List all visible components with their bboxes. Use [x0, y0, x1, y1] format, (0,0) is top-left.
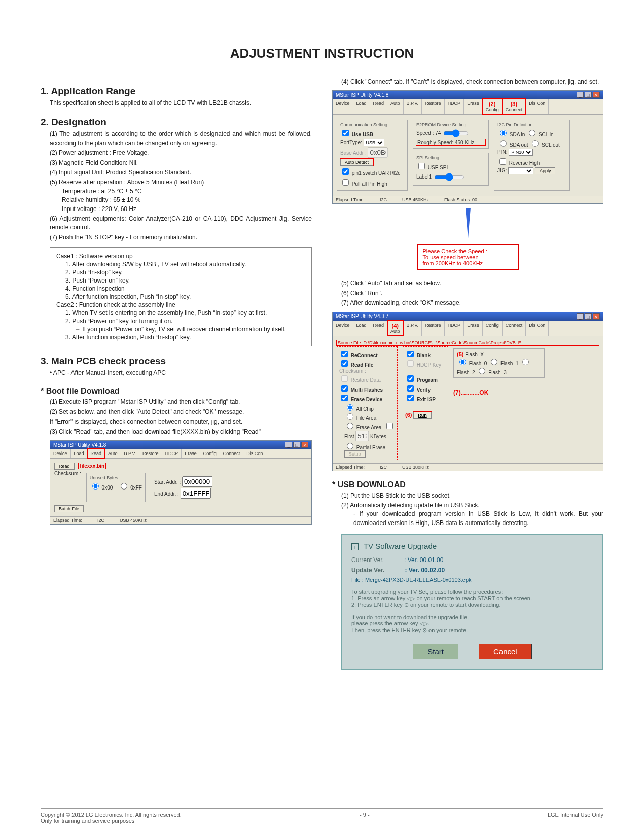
- apply-button[interactable]: Apply: [535, 167, 556, 174]
- reconnect-check[interactable]: ReConnect: [339, 353, 378, 358]
- app2-titlebar: MStar ISP Utility V4.1.8 _ □ ×: [333, 91, 603, 99]
- speed-slider[interactable]: [443, 129, 469, 137]
- tab-discon[interactable]: Dis Con: [526, 99, 549, 114]
- readfile-check[interactable]: Read File: [339, 362, 373, 368]
- right-i4: (4) Click "Connect" tab. If "Can't" is d…: [341, 78, 603, 86]
- minimize-icon[interactable]: _: [577, 92, 584, 98]
- exitisp-check[interactable]: Exit ISP: [405, 397, 436, 402]
- tab-read[interactable]: Read: [370, 99, 388, 114]
- tab-connect[interactable]: (3) Connect: [503, 99, 526, 114]
- tab-device[interactable]: Device: [50, 449, 71, 458]
- spi-slider[interactable]: [434, 173, 464, 181]
- tab-erase[interactable]: Erase: [182, 449, 200, 458]
- tab-auto[interactable]: Auto: [387, 99, 404, 114]
- right-list-567: (5) Click "Auto" tab and set as below. (…: [341, 279, 603, 307]
- tab-discon[interactable]: Dis Con: [526, 321, 549, 336]
- batch-file-button[interactable]: Batch File: [54, 505, 84, 512]
- flash3-radio[interactable]: Flash_3: [476, 370, 506, 375]
- jig-select[interactable]: [508, 167, 533, 174]
- program-check[interactable]: Program: [405, 377, 438, 383]
- usb-heading: * USB DOWNLOAD: [332, 480, 603, 490]
- hdcpkey-check: HDCP Key: [405, 362, 441, 368]
- close-icon[interactable]: ×: [593, 313, 600, 320]
- sdaout-radio[interactable]: SDA out: [497, 142, 528, 148]
- start-button[interactable]: Start: [413, 644, 458, 659]
- sclout-radio[interactable]: SCL out: [529, 142, 560, 148]
- multi-check[interactable]: Multi Flashes: [339, 387, 383, 393]
- tab-auto[interactable]: Auto: [105, 449, 121, 458]
- tab-connect[interactable]: Connect: [220, 449, 244, 458]
- tab-discon[interactable]: Dis Con: [243, 449, 266, 458]
- maximize-icon[interactable]: □: [585, 92, 592, 98]
- tab-bpv[interactable]: B.P.V.: [121, 449, 140, 458]
- flashx-title: Flash_X: [465, 352, 484, 357]
- start-addr-label: Start Addr. :: [154, 479, 181, 485]
- tab-restore[interactable]: Restore: [422, 321, 445, 336]
- tab-hdcp[interactable]: HDCP: [445, 321, 464, 336]
- tab-config[interactable]: Config: [200, 449, 220, 458]
- tab-device[interactable]: Device: [333, 99, 353, 114]
- app3-panel: Source File: D:\D\filexxx.bin x_w.bin\SO…: [333, 336, 603, 463]
- maximize-icon[interactable]: □: [585, 313, 592, 320]
- callout-l1: Please Check the Speed :: [423, 248, 513, 254]
- minimize-icon[interactable]: _: [577, 313, 584, 320]
- app3-title: MStar ISP Utility V4.3.7: [336, 313, 388, 319]
- run-button[interactable]: Run: [413, 412, 432, 419]
- tab-load[interactable]: Load: [353, 321, 370, 336]
- tab-erase[interactable]: Erase: [464, 99, 483, 114]
- minimize-icon[interactable]: _: [285, 442, 292, 448]
- tab-hdcp[interactable]: HDCP: [162, 449, 182, 458]
- tab-auto[interactable]: (4) Auto: [387, 321, 404, 336]
- comm-title: Communication Setting: [340, 122, 404, 127]
- read-button[interactable]: Read: [54, 463, 75, 470]
- filearea-radio[interactable]: File Area: [344, 415, 376, 421]
- pullall-check[interactable]: Pull all Pin High: [340, 181, 387, 187]
- porttype-select[interactable]: USB: [364, 139, 384, 146]
- tab-config[interactable]: (2) Config: [483, 99, 503, 114]
- footer-note: Only for training and service purposes: [41, 818, 182, 824]
- end-addr-input[interactable]: [181, 488, 211, 499]
- erasearea-radio[interactable]: Erase Area: [344, 425, 381, 430]
- partial-radio[interactable]: Partial Erase: [344, 445, 385, 450]
- i2c2: I2C: [380, 197, 387, 202]
- close-icon[interactable]: ×: [301, 442, 308, 448]
- tab-bpv[interactable]: B.P.V.: [404, 99, 422, 114]
- cancel-button[interactable]: Cancel: [479, 644, 532, 659]
- radio-0xff[interactable]: 0xFF: [118, 485, 142, 491]
- maximize-icon[interactable]: □: [293, 442, 300, 448]
- erasedev-check[interactable]: Erase Device: [339, 397, 382, 402]
- verify-check[interactable]: Verify: [405, 387, 431, 393]
- tab-device[interactable]: Device: [333, 321, 353, 336]
- tab-connect[interactable]: Connect: [503, 321, 526, 336]
- tab-load[interactable]: Load: [353, 99, 370, 114]
- allchip-radio[interactable]: All Chip: [344, 406, 374, 412]
- tab-restore[interactable]: Restore: [139, 449, 162, 458]
- tab-read[interactable]: Read: [370, 321, 388, 336]
- setup-button: Setup: [344, 450, 366, 458]
- tab-hdcp[interactable]: HDCP: [445, 99, 464, 114]
- tab-bpv[interactable]: B.P.V.: [404, 321, 422, 336]
- usespi-check[interactable]: USE SPI: [416, 165, 448, 170]
- tv-cur-label: Current Ver.: [351, 556, 384, 564]
- blank-check[interactable]: Blank: [405, 353, 431, 358]
- pin1-check[interactable]: pin1 switch UART/I2c: [340, 170, 400, 176]
- app1-title: MStar ISP Utility V4.1.8: [53, 442, 106, 448]
- flash0-radio[interactable]: Flash_0: [457, 361, 487, 366]
- use-usb-check[interactable]: Use USB: [340, 132, 373, 137]
- tab-restore[interactable]: Restore: [422, 99, 445, 114]
- radio-0x00[interactable]: 0x00: [90, 485, 113, 491]
- start-addr-input[interactable]: [182, 476, 212, 487]
- tab-read[interactable]: Read: [88, 449, 105, 458]
- middle-groups: E2PROM Device Setting Speed : 74 Roughly…: [413, 118, 489, 193]
- sdain-radio[interactable]: SDA in: [497, 132, 525, 137]
- tab-erase[interactable]: Erase: [464, 321, 483, 336]
- tab-config[interactable]: Config: [483, 321, 503, 336]
- sclin-radio[interactable]: SCL in: [526, 132, 553, 137]
- revhigh-check[interactable]: Reverse High: [497, 160, 540, 166]
- pin-select[interactable]: PIN10: [509, 149, 533, 156]
- close-icon[interactable]: ×: [593, 92, 600, 98]
- s2-item5-sub: Temperature : at 25 °C ± 5 °C Relative h…: [62, 187, 312, 214]
- tab-load[interactable]: Load: [71, 449, 88, 458]
- flash1-radio[interactable]: Flash_1: [488, 361, 518, 366]
- autodetect-button[interactable]: Auto Detect: [340, 159, 373, 166]
